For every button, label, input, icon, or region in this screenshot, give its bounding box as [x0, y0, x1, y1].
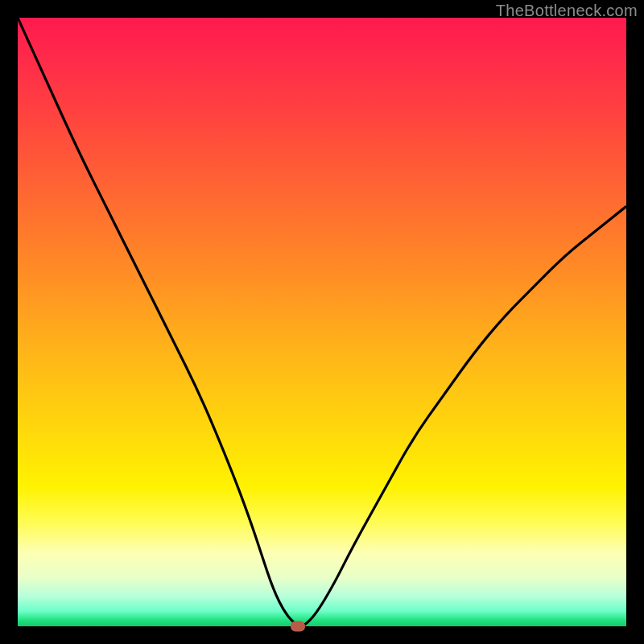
plot-area [18, 18, 626, 626]
optimal-marker [291, 621, 305, 632]
bottleneck-curve [18, 18, 626, 626]
watermark-text: TheBottleneck.com [496, 2, 638, 20]
curve-svg [18, 18, 626, 626]
chart-frame: TheBottleneck.com [0, 0, 644, 644]
